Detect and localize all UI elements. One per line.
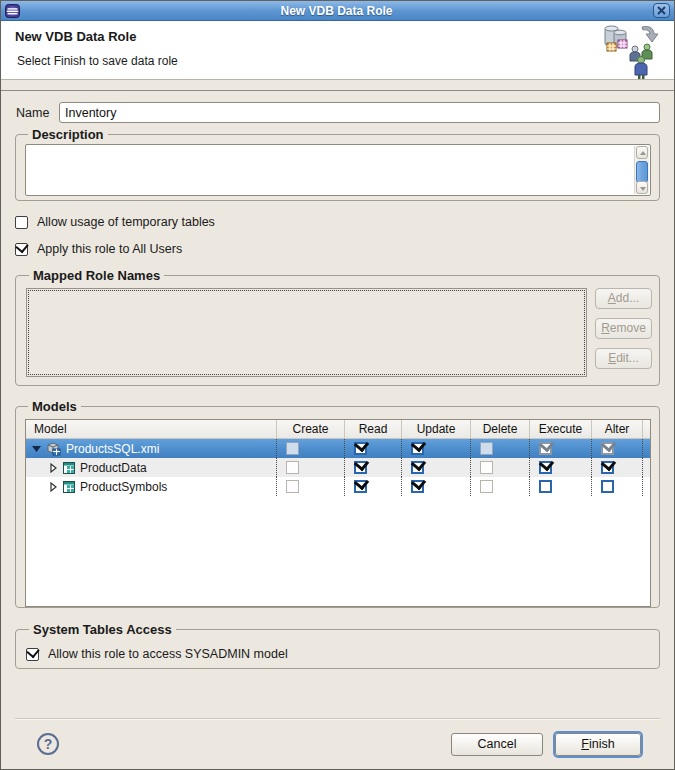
permission-cell-alter	[591, 458, 642, 477]
help-button[interactable]: ?	[37, 733, 59, 755]
permission-cell-execute	[529, 477, 591, 496]
create-checkbox[interactable]	[286, 442, 299, 455]
model-icon	[63, 480, 75, 494]
table-row[interactable]: ProductData	[26, 458, 650, 477]
banner-separator	[1, 79, 674, 91]
delete-checkbox[interactable]	[480, 480, 493, 493]
wizard-banner: New VDB Data Role Select Finish to save …	[1, 21, 674, 79]
add-button[interactable]: Add...	[595, 288, 652, 309]
sysadmin-checkbox[interactable]	[26, 648, 39, 661]
close-icon[interactable]	[653, 3, 670, 18]
row-spacer	[642, 477, 651, 496]
delete-checkbox[interactable]	[480, 461, 493, 474]
name-input[interactable]	[59, 102, 660, 123]
model-name: ProductData	[80, 461, 147, 475]
execute-checkbox[interactable]	[539, 480, 552, 493]
tree-toggle-icon[interactable]	[49, 482, 58, 492]
dialog-content: Name Description Allow usage of temporar…	[1, 91, 674, 769]
table-row[interactable]: ProductsSQL.xmi	[26, 439, 650, 458]
update-checkbox[interactable]	[411, 442, 424, 455]
column-header-alter: Alter	[591, 420, 642, 438]
page-subtitle: Select Finish to save data role	[17, 54, 674, 68]
permission-cell-execute	[529, 439, 591, 458]
row-spacer	[642, 439, 651, 458]
alter-checkbox[interactable]	[601, 442, 614, 455]
tree-toggle-icon[interactable]	[32, 446, 41, 452]
column-header-read: Read	[344, 420, 401, 438]
models-table-body: ProductsSQL.xmi ProductData	[26, 439, 650, 496]
description-group-label: Description	[28, 127, 108, 142]
sysadmin-label: Allow this role to access SYSADMIN model	[48, 647, 288, 661]
models-table-header: Model Create Read Update Delete Execute …	[26, 420, 650, 439]
all-users-label: Apply this role to All Users	[37, 242, 182, 256]
update-checkbox[interactable]	[411, 480, 424, 493]
row-spacer	[642, 458, 651, 477]
temp-tables-row: Allow usage of temporary tables	[15, 215, 660, 229]
model-tree-cell[interactable]: ProductSymbols	[26, 477, 276, 496]
models-group-label: Models	[28, 399, 81, 414]
permission-cell-read	[344, 439, 401, 458]
all-users-row: Apply this role to All Users	[15, 242, 660, 256]
model-name: ProductSymbols	[80, 480, 167, 494]
permission-cell-delete	[470, 439, 529, 458]
column-header-delete: Delete	[470, 420, 529, 438]
finish-button[interactable]: Finish	[555, 733, 641, 756]
footer-buttons: Cancel Finish	[451, 733, 643, 756]
permission-cell-alter	[591, 439, 642, 458]
temp-tables-label: Allow usage of temporary tables	[37, 215, 215, 229]
table-row[interactable]: ProductSymbols	[26, 477, 650, 496]
update-checkbox[interactable]	[411, 461, 424, 474]
alter-checkbox[interactable]	[601, 480, 614, 493]
model-tree-cell[interactable]: ProductsSQL.xmi	[26, 439, 276, 458]
model-tree-cell[interactable]: ProductData	[26, 458, 276, 477]
mapped-role-names-label: Mapped Role Names	[29, 268, 164, 283]
description-scrollbar[interactable]	[634, 146, 649, 194]
model-icon	[63, 461, 75, 475]
column-header-update: Update	[401, 420, 470, 438]
dialog-window: New VDB Data Role New VDB Data Role Sele…	[0, 0, 675, 770]
column-header-model: Model	[26, 420, 276, 438]
column-header-spacer	[642, 420, 650, 438]
name-label: Name	[16, 106, 52, 120]
window-title: New VDB Data Role	[20, 4, 653, 18]
create-checkbox[interactable]	[286, 480, 299, 493]
read-checkbox[interactable]	[354, 480, 367, 493]
column-header-create: Create	[276, 420, 344, 438]
remove-button[interactable]: Remove	[595, 318, 652, 339]
temp-tables-checkbox[interactable]	[15, 216, 28, 229]
scroll-up-icon[interactable]	[636, 146, 648, 159]
scrollbar-thumb[interactable]	[636, 161, 648, 183]
mapped-roles-buttons: Add... Remove Edit...	[595, 288, 652, 377]
alter-checkbox[interactable]	[601, 461, 614, 474]
execute-checkbox[interactable]	[539, 442, 552, 455]
description-textarea[interactable]	[27, 146, 633, 194]
mapped-role-names-group: Mapped Role Names Add... Remove Edit...	[15, 268, 660, 386]
permission-cell-delete	[470, 477, 529, 496]
button-bar: ? Cancel Finish	[15, 718, 660, 769]
edit-button[interactable]: Edit...	[595, 348, 652, 369]
permission-cell-create	[276, 477, 344, 496]
permission-cell-update	[401, 477, 470, 496]
read-checkbox[interactable]	[354, 461, 367, 474]
delete-checkbox[interactable]	[480, 442, 493, 455]
permission-cell-create	[276, 439, 344, 458]
model-name: ProductsSQL.xmi	[66, 442, 159, 456]
system-tables-group: System Tables Access Allow this role to …	[15, 622, 660, 669]
mapped-roles-list[interactable]	[26, 288, 587, 377]
models-table: Model Create Read Update Delete Execute …	[25, 419, 651, 607]
all-users-checkbox[interactable]	[15, 243, 28, 256]
scroll-down-icon[interactable]	[636, 181, 648, 194]
permission-cell-execute	[529, 458, 591, 477]
column-header-execute: Execute	[529, 420, 591, 438]
cancel-button[interactable]: Cancel	[451, 733, 543, 756]
permission-cell-create	[276, 458, 344, 477]
description-box	[25, 144, 651, 196]
tree-toggle-icon[interactable]	[49, 463, 58, 473]
execute-checkbox[interactable]	[539, 461, 552, 474]
create-checkbox[interactable]	[286, 461, 299, 474]
description-group: Description	[15, 127, 660, 201]
name-row: Name	[15, 102, 660, 123]
permission-cell-read	[344, 458, 401, 477]
permission-cell-update	[401, 439, 470, 458]
read-checkbox[interactable]	[354, 442, 367, 455]
